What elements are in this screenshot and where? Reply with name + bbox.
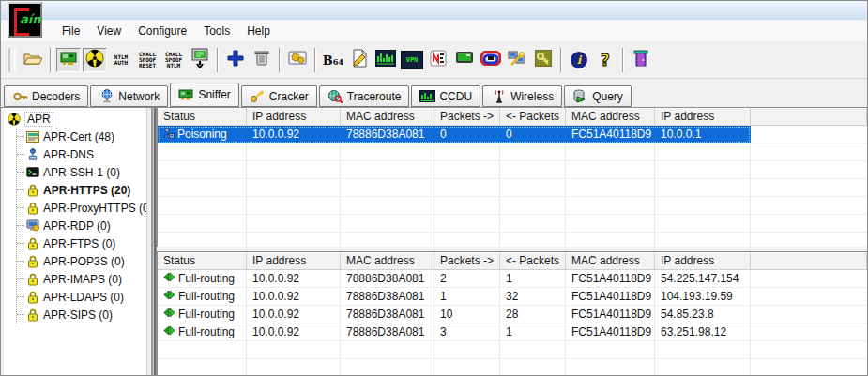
sidebar-item-apr-https[interactable]: APR-HTTPS (20) xyxy=(17,181,146,199)
open-file-button[interactable] xyxy=(21,48,45,72)
cracker-key-icon xyxy=(250,89,266,104)
packets-out-cell: 0 xyxy=(434,126,500,143)
empty-row xyxy=(158,215,867,233)
column-header-mac[interactable]: MAC address xyxy=(341,252,434,270)
list-header-row: Status IP address MAC address Packets ->… xyxy=(158,108,867,126)
table-row-full-routing[interactable]: Full-routing 10.0.0.92 78886D38A081 3 1 … xyxy=(158,323,867,341)
column-header-packets-out[interactable]: Packets -> xyxy=(434,252,500,270)
column-header-mac2[interactable]: MAC address xyxy=(566,252,655,270)
sidebar-item-apr-dns[interactable]: APR-DNS xyxy=(17,145,146,163)
start-stop-sniffer-button[interactable] xyxy=(56,48,81,72)
tab-wireless[interactable]: Wireless xyxy=(482,85,562,107)
column-header-packets-in[interactable]: <- Packets xyxy=(500,108,566,126)
license-key-button[interactable] xyxy=(531,48,556,72)
packets-out-cell: 10 xyxy=(434,306,500,323)
toolbar-grip xyxy=(8,48,16,72)
configure-button[interactable] xyxy=(285,48,310,72)
packets-in-cell: 32 xyxy=(500,288,566,306)
exit-button[interactable] xyxy=(629,48,653,72)
menu-tools[interactable]: Tools xyxy=(195,22,238,40)
remove-button[interactable] xyxy=(250,48,274,72)
box-revealer-button[interactable] xyxy=(479,48,503,72)
sidebar-item-apr-sips[interactable]: APR-SIPS (0) xyxy=(17,306,146,323)
empty-row xyxy=(158,197,867,215)
sidebar-item-label: APR-HTTPS (20) xyxy=(43,184,130,197)
tab-traceroute[interactable]: Traceroute xyxy=(319,85,410,107)
column-header-status[interactable]: Status xyxy=(158,108,247,126)
sidebar-item-apr-root[interactable]: APR xyxy=(7,110,146,128)
ssh-terminal-icon xyxy=(25,166,39,179)
column-header-ip[interactable]: IP address xyxy=(247,108,341,126)
start-stop-apr-button[interactable] xyxy=(83,48,107,72)
column-header-packets-out[interactable]: Packets -> xyxy=(434,108,500,126)
cisco-type7-decoder-button[interactable] xyxy=(347,48,372,72)
sidebar-item-apr-ssh1[interactable]: APR-SSH-1 (0) xyxy=(17,163,146,181)
table-row-full-routing[interactable]: Full-routing 10.0.0.92 78886D38A081 2 1 … xyxy=(158,270,867,288)
add-to-list-button[interactable] xyxy=(223,48,248,72)
sidebar-item-apr-proxyhttps[interactable]: APR-ProxyHTTPS (0) xyxy=(17,199,146,217)
wireless-scanner-button[interactable] xyxy=(188,48,212,72)
base64-decoder-button[interactable]: B₆₄ xyxy=(321,48,345,72)
hash-calculator-button[interactable] xyxy=(373,48,398,72)
tab-label: CCDU xyxy=(439,90,472,103)
tab-cracker[interactable]: Cracker xyxy=(241,85,317,107)
tree-splitter[interactable] xyxy=(147,108,157,376)
tab-label: Traceroute xyxy=(347,90,402,103)
chall-spoof-ntlm-button[interactable]: CHALL SPOOF NTLM xyxy=(161,48,186,72)
tab-label: Query xyxy=(592,90,623,103)
ip2-cell: 10.0.0.1 xyxy=(655,126,751,143)
column-header-mac2[interactable]: MAC address xyxy=(566,108,655,126)
column-header-status[interactable]: Status xyxy=(158,252,247,270)
sidebar-item-label: APR-SSH-1 (0) xyxy=(43,166,120,179)
sidebar-item-apr-imaps[interactable]: APR-IMAPS (0) xyxy=(17,270,146,288)
tab-decoders[interactable]: Decoders xyxy=(4,85,88,107)
ntlm-auth-button[interactable]: NTLM AUTH xyxy=(109,48,133,72)
column-header-filler xyxy=(751,108,867,126)
empty-row xyxy=(158,359,867,376)
menu-bar: File View Configure Tools Help xyxy=(1,21,867,42)
menu-file[interactable]: File xyxy=(53,22,88,40)
monitor-arrow-icon xyxy=(190,48,209,72)
vpn-client-decoder-button[interactable]: VPN xyxy=(400,48,424,72)
tab-sniffer[interactable]: Sniffer xyxy=(170,83,238,107)
page-decoder-button[interactable] xyxy=(426,48,450,72)
column-header-ip[interactable]: IP address xyxy=(247,252,341,270)
ip2-cell: 54.225.147.154 xyxy=(655,270,751,288)
apr-lists-pane: Status IP address MAC address Packets ->… xyxy=(157,108,867,376)
column-header-ip2[interactable]: IP address xyxy=(655,108,751,126)
table-row-full-routing[interactable]: Full-routing 10.0.0.92 78886D38A081 1 32… xyxy=(158,288,867,306)
mac2-cell: FC51A40118D9 xyxy=(566,288,655,306)
column-header-ip2[interactable]: IP address xyxy=(655,252,751,270)
table-row-poisoning[interactable]: Poisoning 10.0.0.92 78886D38A081 0 0 FC5… xyxy=(158,126,867,143)
trash-icon xyxy=(254,50,269,70)
tab-query[interactable]: Query xyxy=(564,85,632,107)
menu-view[interactable]: View xyxy=(88,22,129,40)
sidebar-item-apr-pop3s[interactable]: APR-POP3S (0) xyxy=(17,252,146,270)
filler-cell xyxy=(751,126,867,143)
network-manager-button[interactable] xyxy=(505,48,529,72)
sidebar-item-apr-cert[interactable]: APR-Cert (48) xyxy=(17,128,146,145)
chall-spoof-reset-button[interactable]: CHALL SPOOF RESET xyxy=(135,48,160,72)
filler-cell xyxy=(751,306,867,323)
sidebar-item-apr-ftps[interactable]: APR-FTPS (0) xyxy=(17,234,146,252)
menu-help[interactable]: Help xyxy=(238,22,279,40)
column-header-mac[interactable]: MAC address xyxy=(341,108,434,126)
help-button[interactable]: ? xyxy=(593,48,617,72)
table-row-full-routing[interactable]: Full-routing 10.0.0.92 78886D38A081 10 2… xyxy=(158,306,867,323)
about-button[interactable]: i xyxy=(567,48,591,72)
network-card-icon xyxy=(59,50,78,70)
sidebar-item-apr-ldaps[interactable]: APR-LDAPS (0) xyxy=(17,288,146,306)
menu-configure[interactable]: Configure xyxy=(129,22,195,40)
tab-network[interactable]: Network xyxy=(90,85,168,107)
sidebar-item-apr-rdp[interactable]: APR-RDP (0) xyxy=(17,217,146,234)
remote-console-button[interactable] xyxy=(452,48,477,72)
full-routing-icon xyxy=(163,272,175,285)
column-header-packets-in[interactable]: <- Packets xyxy=(500,252,566,270)
tab-ccdu[interactable]: CCDU xyxy=(411,85,480,107)
query-database-icon xyxy=(572,89,588,104)
radioactive-icon xyxy=(85,49,104,71)
mac2-cell: FC51A40118D9 xyxy=(566,323,655,341)
wireless-antenna-icon xyxy=(491,89,507,104)
full-routing-icon xyxy=(163,290,175,303)
toolbar-separator xyxy=(314,48,316,72)
